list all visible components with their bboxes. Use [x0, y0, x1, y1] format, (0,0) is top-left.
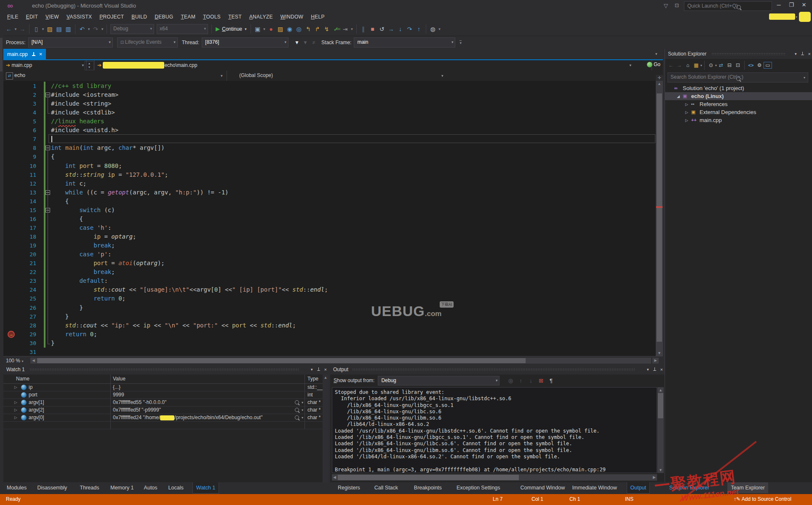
menu-item-test[interactable]: TEST [224, 12, 246, 21]
lifecycle-events-button[interactable]: ⊡ Lifecycle Events▾ [117, 37, 178, 48]
show-next-statement-icon[interactable]: → [387, 24, 396, 34]
panel-tab-immediate-window[interactable]: Immediate Window [569, 482, 620, 493]
nav-back-caret[interactable]: ▾ [13, 27, 18, 31]
find-symbol-icon[interactable]: ◎ [294, 24, 304, 34]
watch-column-header-type[interactable]: Type [307, 375, 318, 383]
watch-panel-title-bar[interactable]: Watch 1 ▾ × [3, 364, 329, 375]
home-icon[interactable]: ⌂ [684, 62, 692, 68]
output-source-combo[interactable]: Debug▾ [378, 376, 499, 385]
expand-icon[interactable]: ▷ [14, 414, 17, 421]
chevron-down-icon[interactable]: ▾ [302, 414, 303, 421]
quick-launch-input[interactable]: Quick Launch (Ctrl+Q) [684, 1, 772, 11]
attach-caret[interactable]: ▾ [262, 27, 267, 31]
pin-icon[interactable] [317, 367, 321, 372]
scroll-right-icon[interactable]: ▶ [652, 474, 657, 481]
output-panel-title-bar[interactable]: Output ▾ × [330, 364, 665, 375]
filter-threads-icon[interactable]: ▼ [293, 40, 301, 45]
maximize-button[interactable]: ❐ [785, 0, 798, 10]
sync-with-active-document-icon[interactable]: ⇄ [717, 62, 725, 68]
output-log[interactable]: Stopped due to shared library event: Inf… [332, 387, 657, 473]
copy-icon[interactable]: ⊡ [734, 62, 742, 68]
menu-item-debug[interactable]: DEBUG [151, 12, 177, 21]
breadcrumb-file-combo[interactable]: ➔ main.cpp ▾ [3, 60, 87, 70]
panel-tab-disassembly[interactable]: Disassembly [34, 482, 70, 493]
minimize-button[interactable]: ─ [772, 0, 785, 10]
magnifier-icon[interactable] [295, 400, 299, 404]
expanded-arrow-icon[interactable]: ◢ [677, 93, 680, 101]
panel-tab-threads[interactable]: Threads [77, 482, 103, 493]
continue-button[interactable]: ▶Continue▾ [214, 24, 248, 34]
magnifier-icon[interactable] [295, 415, 299, 420]
show-all-files-icon[interactable]: <> [747, 63, 755, 68]
collapsed-arrow-icon[interactable]: ▷ [685, 117, 688, 125]
close-icon[interactable]: × [324, 364, 327, 375]
menu-item-file[interactable]: FILE [3, 12, 22, 21]
next-message-icon[interactable]: ↓ [526, 377, 536, 384]
watch-column-header-name[interactable]: Name [16, 375, 29, 383]
fold-collapse-box[interactable] [45, 93, 50, 97]
panel-tab-call-stack[interactable]: Call Stack [371, 482, 401, 493]
window-position-chevron-icon[interactable]: ▾ [795, 49, 797, 59]
pending-changes-filter-icon[interactable]: ⊙ [707, 62, 715, 68]
breadcrumb-spinner[interactable]: ▲▼ [85, 61, 94, 70]
scroll-up-icon[interactable]: ▲ [656, 81, 663, 87]
watch-column-header-value[interactable]: Value [113, 375, 126, 383]
scroll-left-icon[interactable]: ◀ [332, 474, 337, 481]
breakpoint-marker-icon[interactable]: → [8, 331, 15, 338]
solution-explorer-title-bar[interactable]: Solution Explorer ▾ × [665, 49, 812, 59]
window-position-chevron-icon[interactable]: ▾ [647, 364, 649, 375]
panel-tab-autos[interactable]: Autos [141, 482, 161, 493]
chevron-down-icon[interactable]: ▾ [302, 407, 303, 414]
back-icon[interactable]: ← [667, 62, 675, 68]
menu-item-vassistx[interactable]: VASSISTX [63, 12, 96, 21]
attach-process-icon[interactable]: ▣ [253, 24, 262, 34]
expand-icon[interactable]: ▷ [14, 384, 17, 391]
find-message-icon[interactable]: ◎ [505, 377, 516, 384]
word-wrap-icon[interactable]: ¶ [546, 377, 556, 384]
solution-config-combo[interactable]: Debug▾ [110, 24, 154, 34]
breakpoints-window-icon[interactable]: ● [267, 24, 276, 34]
process-combo[interactable]: [N/A]▾ [28, 37, 113, 48]
find-icon[interactable]: ◉ [285, 24, 294, 34]
pause-icon[interactable]: ∥ [359, 24, 368, 34]
scroll-up-icon[interactable]: ▲ [657, 387, 664, 393]
breadcrumb-path-combo[interactable]: ➔ echo\main.cpp ▾ [94, 60, 652, 70]
save-icon[interactable]: ▤ [54, 24, 64, 34]
tree-item-solution-echo-1-project-[interactable]: ∞Solution 'echo' (1 project) [665, 84, 812, 92]
panel-tab-exception-settings[interactable]: Exception Settings [453, 482, 504, 493]
va-nav-forward-icon[interactable]: ↱ [313, 24, 322, 34]
va-caret[interactable]: ▾ [350, 27, 354, 31]
pin-icon[interactable] [653, 367, 657, 372]
menu-item-tools[interactable]: TOOLS [199, 12, 224, 21]
chevron-down-icon[interactable]: ▾ [441, 74, 443, 78]
editor-vertical-scrollbar[interactable]: ▲ ▼ [656, 81, 663, 356]
panel-tab-modules[interactable]: Modules [3, 482, 30, 493]
solution-search-input[interactable]: Search Solution Explorer (Ctrl+;) ▾ [668, 72, 808, 82]
tree-item-external-dependencies[interactable]: ▷▣External Dependencies [665, 108, 812, 116]
close-tab-icon[interactable]: × [39, 51, 43, 57]
step-into-icon[interactable]: ↓ [396, 24, 405, 34]
preview-selected-items-icon[interactable]: ▭ [764, 62, 772, 69]
pin-icon[interactable] [801, 52, 804, 56]
save-all-icon[interactable]: ▥ [64, 24, 73, 34]
open-file-icon[interactable]: ▨ [45, 24, 54, 34]
scrollbar-thumb[interactable] [657, 93, 662, 342]
watch-row[interactable]: ▷argv[1]0x7fffffffed55 "-h0.0.0.0"▾char … [3, 399, 329, 407]
menu-item-window[interactable]: WINDOW [277, 12, 307, 21]
expand-icon[interactable]: ▷ [14, 399, 17, 406]
pin-icon[interactable] [32, 52, 36, 57]
hex-caret[interactable]: ▾ [438, 27, 442, 31]
output-horizontal-scrollbar[interactable]: ◀ ▶ [332, 474, 657, 481]
window-position-chevron-icon[interactable]: ▾ [311, 364, 313, 375]
side-tab-solution-explorer[interactable]: Solution Explorer [666, 482, 713, 493]
panel-tab-memory-1[interactable]: Memory 1 [107, 482, 137, 493]
panel-tab-breakpoints[interactable]: Breakpoints [411, 482, 445, 493]
watch-row[interactable]: ▷argv[2]0x7fffffffed5f "-p9999"▾char * [3, 407, 329, 414]
step-out-icon[interactable]: ↑ [414, 24, 424, 34]
suspend-threads-icon[interactable]: ≠ [310, 40, 318, 45]
toolbar-overflow-icon[interactable]: ▾ [459, 40, 462, 45]
va-nav-back-icon[interactable]: ↰ [304, 24, 313, 34]
tab-main-cpp[interactable]: main.cpp × [3, 49, 46, 59]
scroll-down-icon[interactable]: ▼ [656, 350, 663, 356]
switch-views-icon[interactable]: ▦ [692, 62, 700, 68]
